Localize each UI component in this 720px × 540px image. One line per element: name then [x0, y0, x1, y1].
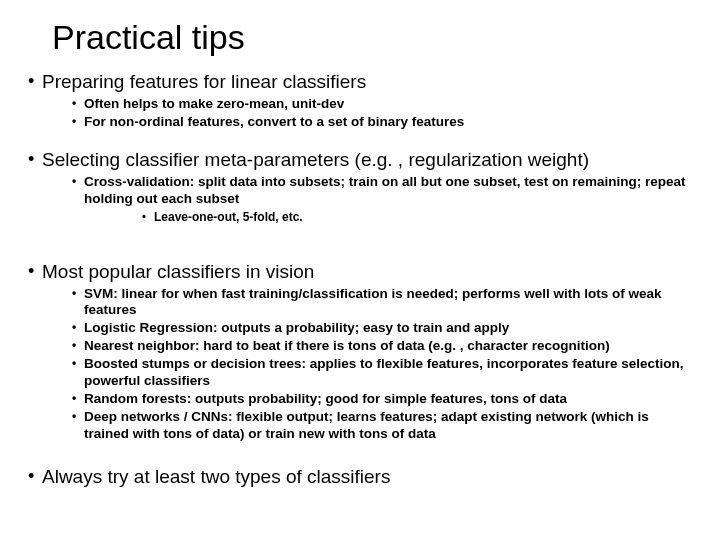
bullet-list-level2: SVM: linear for when fast training/class… — [42, 286, 692, 443]
list-item: Often helps to make zero-mean, unit-dev — [42, 96, 692, 113]
heading-text: Selecting classifier meta-parameters (e.… — [42, 149, 589, 170]
bullet-list-level1: Preparing features for linear classifier… — [28, 71, 692, 488]
list-item: Leave-one-out, 5-fold, etc. — [84, 210, 692, 225]
list-item: Boosted stumps or decision trees: applie… — [42, 356, 692, 390]
list-item: SVM: linear for when fast training/class… — [42, 286, 692, 320]
bullet-list-level2: Often helps to make zero-mean, unit-dev … — [42, 96, 692, 131]
section-heading: Most popular classifiers in vision SVM: … — [28, 261, 692, 463]
section-heading: Selecting classifier meta-parameters (e.… — [28, 149, 692, 257]
list-item: Deep networks / CNNs: flexible output; l… — [42, 409, 692, 443]
bullet-list-level2: Cross-validation: split data into subset… — [42, 174, 692, 225]
point-text: Cross-validation: split data into subset… — [84, 174, 686, 206]
list-item: Random forests: outputs probability; goo… — [42, 391, 692, 408]
slide-title: Practical tips — [52, 18, 692, 57]
heading-text: Most popular classifiers in vision — [42, 261, 314, 282]
heading-text: Preparing features for linear classifier… — [42, 71, 366, 92]
list-item: Logistic Regression: outputs a probabili… — [42, 320, 692, 337]
list-item: Nearest neighbor: hard to beat if there … — [42, 338, 692, 355]
list-item: For non-ordinal features, convert to a s… — [42, 114, 692, 131]
section-heading: Preparing features for linear classifier… — [28, 71, 692, 131]
heading-text: Always try at least two types of classif… — [42, 466, 390, 487]
bullet-list-level3: Leave-one-out, 5-fold, etc. — [84, 210, 692, 225]
section-heading: Always try at least two types of classif… — [28, 466, 692, 488]
list-item: Cross-validation: split data into subset… — [42, 174, 692, 225]
